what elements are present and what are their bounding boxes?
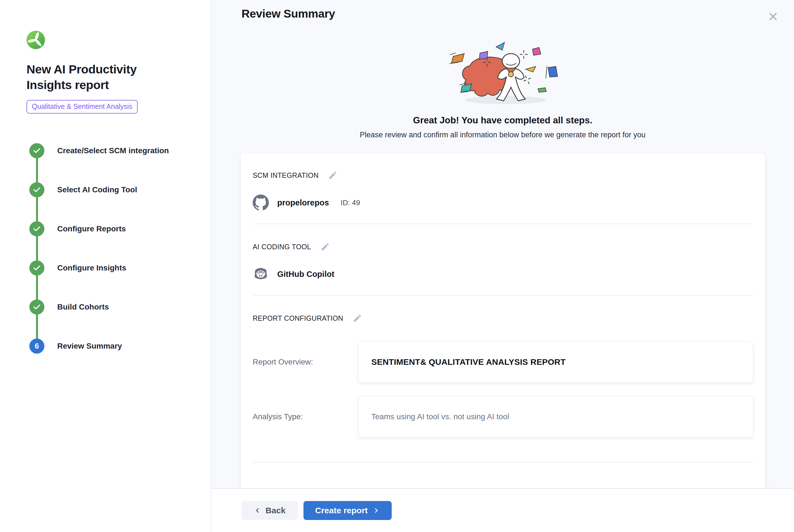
- step-check-circle: [29, 221, 44, 236]
- chevron-right-icon: [373, 507, 380, 514]
- ai-coding-tool-section: AI CODING TOOL GitHub Copilot: [253, 242, 753, 296]
- step-number: 6: [35, 342, 39, 350]
- ai-tool-row: GitHub Copilot: [253, 266, 753, 282]
- github-copilot-icon: [253, 266, 269, 282]
- step-label: Configure Reports: [57, 224, 126, 233]
- section-divider: [253, 462, 753, 462]
- chevron-left-icon: [254, 507, 261, 514]
- wizard-steps: Create/Select SCM integration Select AI …: [26, 143, 197, 354]
- report-overview-label: Report Overview:: [253, 358, 358, 366]
- page-title: Review Summary: [242, 7, 335, 20]
- ai-tool-name: GitHub Copilot: [277, 270, 335, 279]
- report-configuration-section: REPORT CONFIGURATION Report Overview: SE…: [253, 314, 753, 462]
- github-icon: [253, 194, 269, 211]
- step-check-circle: [29, 182, 44, 197]
- ai-tool-section-title: AI CODING TOOL: [253, 243, 311, 251]
- check-icon: [33, 225, 41, 233]
- panel-header: Review Summary: [211, 0, 794, 24]
- back-button[interactable]: Back: [242, 501, 298, 520]
- report-config-section-title: REPORT CONFIGURATION: [253, 314, 343, 322]
- step-check-circle: [29, 261, 44, 276]
- section-divider: [253, 224, 753, 224]
- scm-section-title: SCM INTEGRATION: [253, 171, 319, 179]
- create-report-button-label: Create report: [315, 506, 368, 515]
- step-configure-reports[interactable]: Configure Reports: [26, 221, 197, 261]
- step-create-select-scm-integration[interactable]: Create/Select SCM integration: [26, 143, 197, 182]
- scm-integration-section: SCM INTEGRATION propelorepos ID: 49: [253, 171, 753, 224]
- report-overview-value: SENTIMENT& QUALITATIVE ANALYSIS REPORT: [371, 357, 566, 367]
- step-check-circle: [29, 143, 44, 158]
- scm-integration-id: ID: 49: [341, 198, 360, 207]
- pencil-icon: [328, 171, 338, 180]
- pencil-icon: [353, 314, 362, 323]
- completion-hero: Great Job! You have completed all steps.…: [211, 37, 794, 139]
- section-divider: [253, 295, 753, 296]
- review-summary-panel: Review Summary: [211, 0, 794, 532]
- wizard-footer: Back Create report: [211, 488, 794, 532]
- step-configure-insights[interactable]: Configure Insights: [26, 261, 197, 300]
- back-button-label: Back: [265, 506, 286, 515]
- close-button[interactable]: [765, 8, 781, 24]
- check-icon: [33, 147, 41, 155]
- step-number-circle: 6: [29, 339, 44, 354]
- report-overview-value-box: SENTIMENT& QUALITATIVE ANALYSIS REPORT: [358, 341, 753, 383]
- pencil-icon: [321, 242, 330, 251]
- scm-integration-name: propelorepos: [277, 198, 329, 207]
- edit-report-config-button[interactable]: [353, 314, 362, 323]
- celebration-superhero-illustration: [439, 37, 567, 109]
- step-review-summary-current[interactable]: 6 Review Summary: [26, 339, 197, 354]
- edit-scm-button[interactable]: [328, 171, 338, 180]
- check-icon: [33, 303, 41, 311]
- summary-card: SCM INTEGRATION propelorepos ID: 49 AI C…: [241, 153, 765, 532]
- scm-integration-row: propelorepos ID: 49: [253, 194, 753, 211]
- report-overview-row: Report Overview: SENTIMENT& QUALITATIVE …: [253, 341, 753, 383]
- propeller-logo-icon: [26, 31, 45, 49]
- step-label: Configure Insights: [57, 264, 126, 272]
- check-icon: [33, 264, 41, 272]
- analysis-type-label: Analysis Type:: [253, 412, 358, 421]
- analysis-type-row: Analysis Type: Teams using AI tool vs. n…: [253, 396, 753, 437]
- completion-heading: Great Job! You have completed all steps.: [211, 115, 794, 126]
- edit-ai-tool-button[interactable]: [321, 242, 330, 251]
- step-label: Create/Select SCM integration: [57, 146, 169, 155]
- close-icon: [767, 10, 779, 23]
- report-type-badge: Qualitative & Sentiment Analysis: [26, 100, 138, 114]
- analysis-type-value-box: Teams using AI tool vs. not using AI too…: [358, 396, 753, 437]
- step-label: Review Summary: [57, 342, 122, 350]
- analysis-type-value: Teams using AI tool vs. not using AI too…: [371, 412, 509, 421]
- wizard-sidebar: New AI Productivity Insights report Qual…: [0, 0, 211, 532]
- step-select-ai-coding-tool[interactable]: Select AI Coding Tool: [26, 182, 197, 221]
- step-check-circle: [29, 300, 44, 315]
- create-report-button[interactable]: Create report: [303, 501, 392, 520]
- completion-subheading: Please review and confirm all informatio…: [211, 131, 794, 139]
- step-build-cohorts[interactable]: Build Cohorts: [26, 300, 197, 339]
- step-label: Select AI Coding Tool: [57, 185, 137, 194]
- check-icon: [33, 186, 41, 194]
- report-title: New AI Productivity Insights report: [26, 61, 166, 93]
- step-label: Build Cohorts: [57, 303, 109, 311]
